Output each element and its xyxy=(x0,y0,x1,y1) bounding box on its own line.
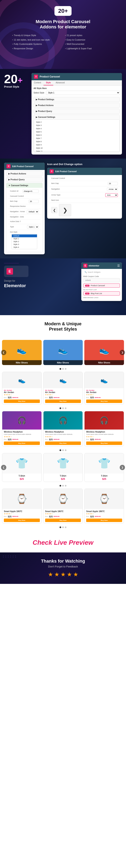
ep-product-carousel-item[interactable]: new Product Carousel xyxy=(83,283,120,287)
shoe-emoji-1: 👟 xyxy=(17,345,27,355)
card-4-3: 👕 T-Shirt $25 xyxy=(84,453,124,482)
feature-3: Fully Customizable Systems xyxy=(12,42,61,46)
tab-style[interactable]: Style xyxy=(44,80,53,85)
price-row-1: Exc: $25 $999.00 xyxy=(4,396,40,399)
card-1-1-label: Nike Shoes xyxy=(2,360,42,365)
ep-search[interactable]: 🔍 Search Widgets xyxy=(83,271,120,274)
style-option-5[interactable]: Style 5 xyxy=(34,130,120,133)
ep-blog-post-section: BLOG POST LIST new Blog Post List xyxy=(83,289,120,296)
accordion-label: ▶ Product Actions xyxy=(36,104,54,106)
accordion-header-product-query[interactable]: ▶ Product Query xyxy=(34,109,120,114)
watch-buy-1[interactable]: Buy Now xyxy=(4,519,40,522)
dot-style-field: Dot Style Default Style 1 Style 2 Style … xyxy=(8,230,41,251)
ep-coupon-input[interactable] xyxy=(83,278,120,282)
style-option-9[interactable]: Style 9 xyxy=(34,143,120,147)
dots-5 xyxy=(2,526,124,528)
style-option-8[interactable]: Style 8 xyxy=(34,140,120,143)
dot-option-3[interactable]: Style 3 xyxy=(12,243,37,246)
carousel-settings-item: ▼ Carousel Settings Custom Id Carousel C… xyxy=(6,183,43,252)
product-carousel-badge: new xyxy=(85,285,90,286)
card-2-2: 👟 Air Jordan Air Jordan ★★★★☆ Exc: $25 $… xyxy=(43,372,83,404)
headphone-2: 🎧 xyxy=(58,416,68,425)
dot-option-4[interactable]: Style 4 xyxy=(12,246,37,249)
style-option-7[interactable]: Style 7 xyxy=(34,137,120,140)
product-query-header[interactable]: ▶ Product Query xyxy=(6,177,43,182)
card-2-2-body: Air Jordan Air Jordan ★★★★☆ Exc: $25 $99… xyxy=(44,388,83,404)
dots-decoration: ●●●●●●●●●●●●●●●●●●●●●●●● xyxy=(4,262,16,264)
accordion-header-product-actions[interactable]: ▶ Product Actions xyxy=(34,103,120,108)
accordion-header-carousel-settings[interactable]: ▶ Carousel Settings xyxy=(34,115,120,120)
ep-blog-post-item[interactable]: new Blog Post List xyxy=(83,291,120,296)
carousel-row-2: 👟 Air Jordan Air Jordan ★★★★☆ Exc: $25 $… xyxy=(2,372,124,404)
style-option-11[interactable]: Style 11 xyxy=(34,150,120,152)
type-select[interactable]: Style 1 xyxy=(27,225,39,229)
hp-buy-3[interactable]: Buy Now xyxy=(86,441,122,445)
tab-content[interactable]: Content xyxy=(31,80,44,85)
custom-id-field: Custom Id xyxy=(8,189,41,194)
carousel-prev-4[interactable]: ❮ xyxy=(1,465,6,470)
buy-btn-1[interactable]: Buy Now xyxy=(4,400,40,403)
dots-3 xyxy=(2,450,124,451)
card-4-1-body: T-Shirt $25 xyxy=(2,473,42,482)
watch-buy-3[interactable]: Buy Now xyxy=(86,519,122,522)
headphone-3: 🎧 xyxy=(100,416,109,425)
product-actions-header[interactable]: ▶ Product Actions xyxy=(6,172,43,176)
active-dots-field: Active Dots ? xyxy=(8,219,41,224)
navigation-arrow-select[interactable]: Default xyxy=(27,210,39,214)
dots-1 xyxy=(2,368,124,370)
hp-buy-2[interactable]: Buy Now xyxy=(45,441,81,445)
style-option-3[interactable]: Style 3 xyxy=(34,124,120,127)
accordion-label: ▶ Product Settings xyxy=(36,98,54,101)
card-1-2-img: 👟 xyxy=(43,340,83,360)
design-for-text: Design for xyxy=(4,279,79,282)
preset-number: 20 xyxy=(4,72,18,86)
watch-price-3: Exc: $25 $999.00 xyxy=(86,515,122,518)
style-select[interactable]: Style 1 xyxy=(46,91,120,95)
card-1-3-img: 👟 xyxy=(84,340,124,360)
dot-option-default[interactable]: Default xyxy=(12,235,37,237)
carousel-row-4: 👕 T-Shirt $25 👕 T-Shirt $25 👕 T-Shirt $2… xyxy=(2,453,124,482)
buy-btn-3[interactable]: Buy Now xyxy=(86,400,122,403)
hp-buy-1[interactable]: Buy Now xyxy=(4,441,40,445)
ep-product-carousel-section: new Product Carousel xyxy=(83,283,120,287)
footer-star-5: ★ xyxy=(73,571,78,578)
feature-6: Easy to Customize xyxy=(65,38,114,42)
feature-5: 21 preset styles xyxy=(65,34,114,37)
dot-option-1[interactable]: Style 1 xyxy=(12,237,37,240)
style-option-10[interactable]: Style 10 xyxy=(34,147,120,150)
hp-price-1: Exc: $25 $999.00 xyxy=(4,438,40,441)
dot-2-3 xyxy=(65,407,67,409)
item-gap-input[interactable] xyxy=(29,200,39,203)
brand-2: Air Jordan xyxy=(45,390,81,391)
custom-id-input[interactable] xyxy=(23,190,39,193)
preset-styles-section: Modern & UniquePreset Styles xyxy=(0,315,126,340)
card-3-2: 🎧 Wireless Headphon Lorem ipsum dolor si… xyxy=(43,411,83,446)
watch-buy-2[interactable]: Buy Now xyxy=(45,519,81,522)
right-arrow-type-select[interactable]: Icon Text Custom xyxy=(105,193,118,197)
edit-right-icon: ☰ xyxy=(50,169,54,174)
card-1-3-label: Nike Shoes xyxy=(84,360,124,365)
style-option-2[interactable]: Style 2 xyxy=(34,121,120,124)
tab-advanced[interactable]: Advanced xyxy=(53,80,67,85)
card-3-1-body: Wireless Headphon Lorem ipsum dolor sit … xyxy=(2,430,42,446)
feature-7: Well Documented xyxy=(65,42,114,46)
style-option-4[interactable]: Style 4 xyxy=(34,127,120,130)
stars-2: ★★★★☆ xyxy=(45,394,81,396)
carousel-next-1[interactable]: ❯ xyxy=(120,350,125,355)
card-3-3-top: 🎧 xyxy=(84,411,124,430)
card-1-1: 👟 Nike Shoes xyxy=(2,340,42,365)
carousel-next-4[interactable]: ❯ xyxy=(120,465,125,470)
coupon-input[interactable] xyxy=(85,279,118,281)
buy-btn-2[interactable]: Buy Now xyxy=(45,400,81,403)
accordion-header-product-settings[interactable]: ▶ Product Settings xyxy=(34,97,120,102)
carousel-prev-1[interactable]: ❮ xyxy=(1,350,6,355)
chevron-left-btn[interactable]: ❮ xyxy=(51,207,57,213)
edit-right-panel-title: Edit Product Carousel xyxy=(55,170,77,173)
carousel-settings-header[interactable]: ▼ Carousel Settings xyxy=(6,183,43,188)
style-option-6[interactable]: Style 6 xyxy=(34,133,120,137)
right-item-gap-input[interactable] xyxy=(108,182,118,185)
dot-option-2[interactable]: Style 2 xyxy=(12,240,37,243)
right-navigation-select[interactable]: Arrow xyxy=(107,187,118,191)
carousel-row-3: 🎧 Wireless Headphon Lorem ipsum dolor si… xyxy=(2,411,124,446)
card-5-2-img: ⌚ xyxy=(44,489,83,509)
